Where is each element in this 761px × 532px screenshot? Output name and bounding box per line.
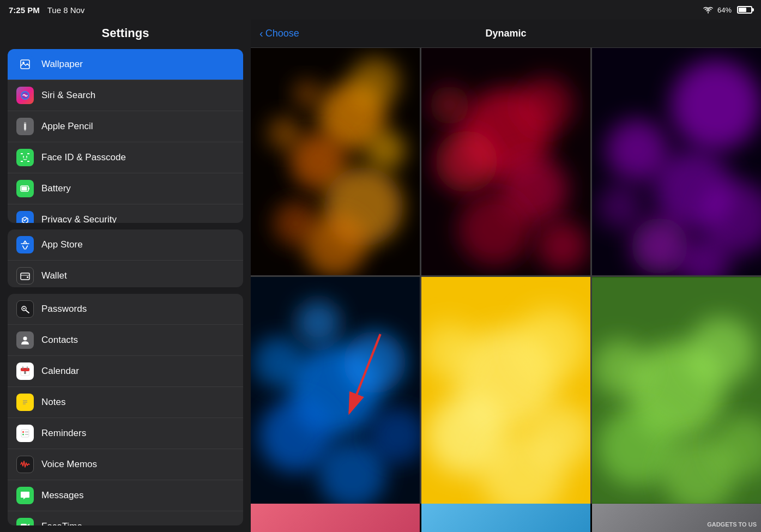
nav-bar: ‹ Choose Dynamic — [251, 20, 761, 48]
strip-cell-gray[interactable] — [592, 504, 761, 532]
svg-text:8: 8 — [24, 371, 26, 374]
sidebar: Settings Wallpaper Siri & Search Apple P… — [0, 20, 251, 532]
svg-rect-5 — [24, 122, 26, 124]
svg-point-52 — [436, 130, 498, 192]
svg-point-56 — [430, 86, 469, 125]
svg-point-85 — [688, 317, 756, 384]
svg-point-44 — [366, 130, 406, 170]
sidebar-item-reminders[interactable]: Reminders — [8, 418, 243, 449]
sidebar-item-faceid[interactable]: Face ID & Passcode — [8, 142, 243, 173]
svg-point-68 — [344, 331, 406, 393]
sidebar-item-notes[interactable]: Notes — [8, 387, 243, 418]
settings-group-apps: Passwords Contacts 8 Calendar Notes — [8, 294, 243, 525]
back-chevron-icon: ‹ — [259, 27, 263, 40]
battery-label: Battery — [41, 183, 71, 194]
strip-cell-pink[interactable] — [251, 504, 420, 532]
voicememos-icon — [16, 456, 34, 473]
svg-point-47 — [349, 57, 400, 108]
pencil-label: Apple Pencil — [41, 121, 93, 132]
status-bar: 7:25 PM Tue 8 Nov 64% — [0, 0, 761, 20]
battery-settings-icon — [16, 180, 34, 197]
svg-marker-38 — [27, 524, 29, 525]
right-panel: ‹ Choose Dynamic — [251, 20, 761, 532]
sidebar-item-siri[interactable]: Siri & Search — [8, 80, 243, 111]
wallpaper-cell-blue[interactable] — [251, 277, 420, 504]
appstore-icon — [16, 236, 34, 253]
notes-icon — [16, 394, 34, 411]
wallpaper-cell-green[interactable] — [592, 277, 761, 504]
sidebar-item-calendar[interactable]: 8 Calendar — [8, 356, 243, 387]
wallpaper-cell-orange[interactable] — [251, 48, 420, 275]
wallpaper-grid — [251, 48, 761, 504]
bottom-strip: GADGETS TO US — [251, 504, 761, 532]
contacts-label: Contacts — [41, 335, 78, 346]
svg-point-22 — [23, 336, 27, 340]
privacy-label: Privacy & Security — [41, 214, 117, 223]
wallpaper-cell-red[interactable] — [421, 48, 590, 275]
svg-rect-15 — [28, 188, 29, 190]
siri-icon — [16, 87, 34, 104]
sidebar-item-pencil[interactable]: Apple Pencil — [8, 111, 243, 142]
sidebar-item-passwords[interactable]: Passwords — [8, 294, 243, 325]
svg-rect-17 — [21, 273, 29, 280]
svg-rect-9 — [27, 161, 29, 162]
svg-point-45 — [304, 215, 366, 275]
siri-label: Siri & Search — [41, 90, 95, 101]
svg-point-78 — [515, 309, 588, 382]
svg-point-46 — [268, 117, 301, 150]
svg-point-12 — [23, 156, 24, 157]
messages-label: Messages — [41, 490, 83, 501]
notes-label: Notes — [41, 397, 65, 408]
back-button[interactable]: ‹ Choose — [259, 27, 299, 40]
appstore-label: App Store — [41, 239, 83, 250]
sidebar-item-privacy[interactable]: Privacy & Security — [8, 204, 243, 223]
privacy-icon — [16, 211, 34, 223]
main-layout: Settings Wallpaper Siri & Search Apple P… — [0, 20, 761, 532]
svg-marker-4 — [24, 130, 26, 131]
svg-rect-8 — [21, 161, 23, 162]
settings-group-system: Wallpaper Siri & Search Apple Pencil Fac… — [8, 49, 243, 223]
svg-point-13 — [26, 156, 27, 157]
sidebar-item-facetime[interactable]: FaceTime — [8, 511, 243, 525]
voicememos-label: Voice Memos — [41, 459, 97, 470]
svg-rect-6 — [21, 153, 23, 154]
sidebar-item-voicememos[interactable]: Voice Memos — [8, 449, 243, 480]
pencil-icon — [16, 118, 34, 135]
wallet-label: Wallet — [41, 270, 67, 281]
sidebar-item-messages[interactable]: Messages — [8, 480, 243, 511]
battery-icon — [737, 6, 752, 14]
wallpaper-cell-purple[interactable] — [592, 48, 761, 275]
back-label: Choose — [265, 28, 299, 39]
svg-point-72 — [296, 300, 341, 345]
sidebar-title: Settings — [0, 20, 251, 49]
sidebar-item-wallet[interactable]: Wallet — [8, 261, 243, 287]
sidebar-item-battery[interactable]: Battery — [8, 173, 243, 204]
svg-line-20 — [26, 310, 29, 313]
calendar-icon: 8 — [16, 362, 34, 380]
faceid-icon — [16, 149, 34, 166]
svg-point-62 — [631, 218, 687, 274]
sidebar-item-appstore[interactable]: App Store — [8, 229, 243, 261]
svg-rect-37 — [21, 524, 27, 525]
status-date: Tue 8 Nov — [47, 5, 85, 15]
wallpaper-cell-yellow[interactable] — [421, 277, 590, 504]
faceid-label: Face ID & Passcode — [41, 152, 126, 163]
svg-point-21 — [23, 307, 25, 309]
svg-point-18 — [27, 276, 28, 278]
wallet-icon — [16, 267, 34, 285]
svg-point-54 — [458, 192, 531, 265]
svg-point-87 — [592, 340, 648, 396]
facetime-icon — [16, 518, 34, 525]
battery-percentage: 64% — [717, 6, 732, 14]
strip-cell-lightblue[interactable] — [421, 504, 590, 532]
svg-point-58 — [671, 60, 761, 150]
sidebar-item-contacts[interactable]: Contacts — [8, 325, 243, 356]
svg-point-33 — [22, 431, 24, 433]
svg-point-60 — [606, 119, 668, 182]
wifi-icon — [703, 6, 713, 14]
nav-title: Dynamic — [485, 28, 526, 39]
svg-point-53 — [517, 77, 573, 133]
reminders-label: Reminders — [41, 428, 86, 439]
settings-group-store: App Store Wallet — [8, 229, 243, 287]
sidebar-item-wallpaper[interactable]: Wallpaper — [8, 49, 243, 80]
